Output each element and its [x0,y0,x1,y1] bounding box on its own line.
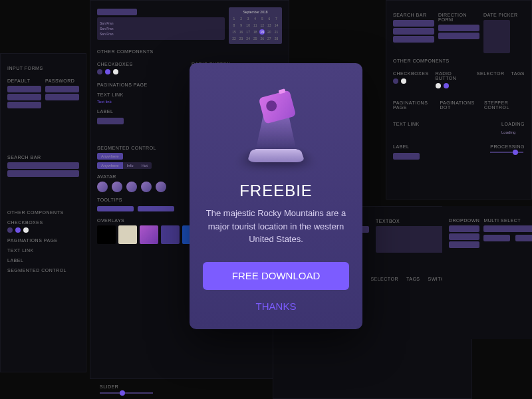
cb-3[interactable] [113,69,118,74]
l-ms-5: MULTI SELECT [483,218,532,223]
ui-kit-panel-left: INPUT FORMS DEFAULT PASSWORD SEARCH BAR … [0,53,86,372]
section-other-3: OTHER COMPONENTS [393,59,525,63]
section-search-bar: SEARCH BAR [7,155,79,160]
label-label: LABEL [7,258,79,263]
l-dd-5: DROPDOWN [449,218,479,223]
slider-handle[interactable] [513,150,518,155]
hologram-illustration [236,82,316,175]
dd-5b[interactable] [449,233,479,240]
label-pagination: PAGINATIONS PAGE [7,238,79,243]
avatar-3 [126,182,137,192]
label-search-3: SEARCH BAR [393,13,434,17]
input-password-2[interactable] [45,94,79,100]
search-field[interactable] [97,9,137,15]
download-button[interactable]: FREE DOWNLOAD [203,262,349,290]
slider-track[interactable] [490,152,523,153]
seg-opt-3[interactable]: Hot [138,162,152,169]
label-checkboxes-2: CHECKBOXES [97,62,188,66]
checkbox-white[interactable] [23,227,29,233]
c2[interactable] [401,78,406,84]
l-slider: SLIDER [100,384,118,389]
thanks-link[interactable]: THANKS [256,301,297,312]
slider-2[interactable] [100,392,153,394]
c1[interactable] [393,78,398,84]
date-picker-widget[interactable] [483,20,510,53]
r1[interactable] [436,83,441,88]
l-sel-3: SELECTOR [477,71,505,76]
calendar-widget[interactable]: September 2018 1234567 891011121314 1516… [229,7,282,44]
ms-chip-1[interactable] [483,235,510,241]
tooltip-1 [97,206,134,211]
suggest-2[interactable]: San Fran [100,27,222,31]
label-text-link: TEXT LINK [7,248,79,253]
ui-kit-panel-right-small: DROPDOWN MULTI SELECT [442,206,532,339]
label-chip-3 [393,153,420,160]
l-lb-3: LABEL [393,144,421,149]
l-sel-4: SELECTOR [370,277,398,281]
suggest-3[interactable]: San Fran [100,32,222,36]
l-pr-3: PROCESSING [490,144,525,149]
ms-chip-2[interactable] [515,235,532,241]
swatch-cream[interactable] [118,225,137,244]
l-sc-3: STEPPER CONTROL [484,100,525,110]
label-password: PASSWORD [45,78,79,83]
label-chip [97,118,124,124]
l-cb-3: CHECKBOXES [393,71,429,76]
dir-3a[interactable] [438,25,479,31]
input-typing[interactable] [7,102,41,108]
label-checkboxes: CHECKBOXES [7,220,79,225]
slider-handle-2[interactable] [120,390,125,396]
suggest-1[interactable]: San Fran [100,21,222,25]
seg-opt-1[interactable]: Anywhere [97,162,123,169]
label-direction-3: DIRECTION FORM [438,13,479,22]
ms-5a[interactable] [483,225,532,232]
tooltip-2 [138,206,174,211]
swatch-magenta[interactable] [140,225,158,244]
section-other-2: OTHER COMPONENTS [97,49,282,54]
search-3c[interactable] [393,36,434,43]
search-input[interactable] [7,162,79,169]
modal-body: The majestic Rocky Mountains are a major… [203,207,349,246]
label-default: DEFAULT [7,78,41,83]
avatar-2 [112,182,122,192]
cb-1[interactable] [97,69,102,74]
label-date-3: DATE PICKER [483,13,525,17]
label-segmented: SEGMENTED CONTROL [7,268,79,273]
slider-section: SLIDER [100,384,153,394]
l-pd-3: PAGINATIONS DOT [440,100,477,110]
dd-5a[interactable] [449,225,479,232]
l-pp-3: PAGINATIONS PAGE [393,100,433,110]
modal-title: FREEBIE [239,182,313,200]
avatar-1 [97,182,108,192]
search-3a[interactable] [393,20,434,27]
input-password[interactable] [45,86,79,92]
checkbox-on[interactable] [15,227,21,233]
l-ld-3: LOADING [501,122,525,126]
l-tag-3: TAGS [511,71,525,76]
camera-icon [259,90,297,124]
seg-opt-2[interactable]: Info [123,162,138,169]
avatar-5 [156,182,166,192]
l-rb-3: RADIO BUTTON [436,71,470,80]
cb-2[interactable] [105,69,110,74]
search-3b[interactable] [393,28,434,35]
l-tl-3: TEXT LINK [393,122,420,126]
seg-anywhere[interactable]: Anywhere [97,153,123,160]
platform-shape [247,149,305,162]
input-placeholder[interactable] [7,86,41,92]
calendar-month: September 2018 [231,10,279,14]
freebie-modal: FREEBIE The majestic Rocky Mountains are… [190,63,362,329]
swatch-black[interactable] [97,225,116,244]
dd-5c[interactable] [449,241,479,248]
dir-3b[interactable] [438,33,479,39]
section-input-forms: INPUT FORMS [7,66,79,70]
input-email[interactable] [7,94,41,100]
l-tag-4: TAGS [406,277,420,281]
search-input-2[interactable] [7,170,79,177]
segmented-control[interactable]: Anywhere Info Hot [97,162,152,169]
section-other: OTHER COMPONENTS [7,210,79,215]
swatch-purple[interactable] [161,225,180,244]
ui-kit-panel-topright: SEARCH BAR DIRECTION FORM DATE PICKER OT… [386,0,532,200]
checkbox-off[interactable] [7,227,13,233]
r2[interactable] [444,83,449,88]
